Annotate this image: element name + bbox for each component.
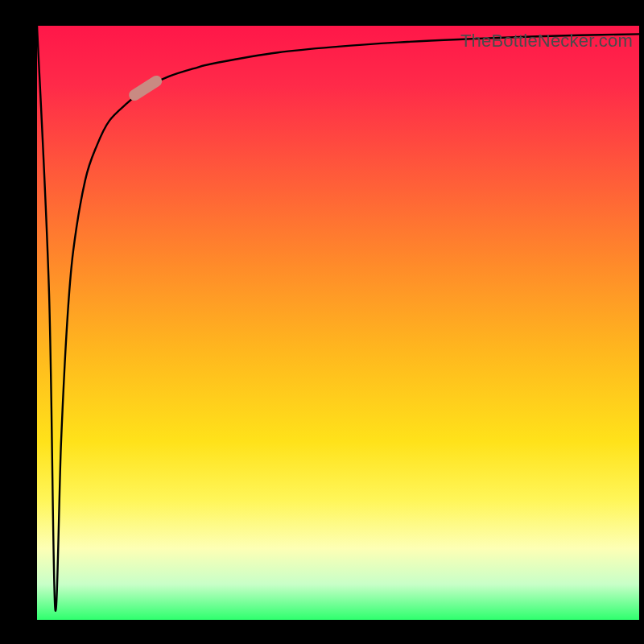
chart-frame: TheBottleNecker.com <box>0 0 644 644</box>
plot-area: TheBottleNecker.com <box>37 26 639 620</box>
curve-marker <box>126 73 163 102</box>
curve-layer <box>37 26 639 620</box>
bottleneck-curve <box>37 26 639 611</box>
attribution-text: TheBottleNecker.com <box>460 31 633 52</box>
